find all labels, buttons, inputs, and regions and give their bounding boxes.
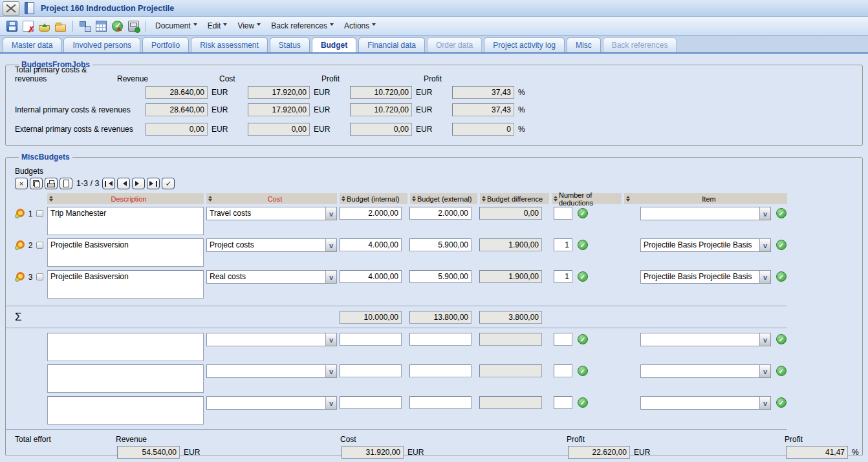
- row-checkbox[interactable]: [36, 210, 43, 217]
- item-select[interactable]: v: [640, 396, 771, 410]
- chevron-down-icon[interactable]: v: [325, 333, 336, 346]
- chevron-down-icon[interactable]: v: [325, 365, 336, 377]
- sort-icon[interactable]: [412, 194, 416, 204]
- confirm-return-icon[interactable]: [112, 21, 123, 32]
- print-button[interactable]: [45, 178, 58, 189]
- chevron-down-icon[interactable]: v: [325, 207, 336, 220]
- sort-icon[interactable]: [208, 194, 212, 204]
- item-select[interactable]: Projectile Basis Projectile Basisv: [640, 238, 771, 252]
- budget-internal-input[interactable]: [340, 238, 402, 251]
- deductions-input[interactable]: [554, 333, 572, 346]
- ok-check-icon[interactable]: ✓: [776, 366, 787, 376]
- record-link-icon[interactable]: [15, 240, 25, 250]
- close-icon[interactable]: [3, 1, 19, 16]
- chevron-down-icon[interactable]: v: [325, 271, 336, 283]
- tab-status[interactable]: Status: [270, 37, 310, 52]
- cost-type-select[interactable]: v: [206, 364, 337, 378]
- menu-back-references[interactable]: Back references: [266, 21, 339, 30]
- menu-edit[interactable]: Edit: [202, 21, 233, 30]
- chevron-down-icon[interactable]: v: [759, 333, 770, 346]
- ok-check-icon[interactable]: ✓: [578, 271, 588, 282]
- tab-involved-persons[interactable]: Involved persons: [63, 37, 140, 52]
- tab-financial-data[interactable]: Financial data: [358, 37, 425, 52]
- cost-type-select[interactable]: Travel costsv: [206, 207, 337, 220]
- budget-internal-input[interactable]: [340, 270, 402, 283]
- menu-actions[interactable]: Actions: [339, 21, 381, 30]
- description-input[interactable]: [47, 396, 204, 425]
- budget-external-input[interactable]: [409, 270, 472, 283]
- copy-row-button[interactable]: [30, 178, 43, 189]
- chevron-down-icon[interactable]: v: [325, 239, 336, 251]
- table-view-icon[interactable]: [96, 21, 107, 32]
- item-select[interactable]: v: [640, 364, 771, 378]
- chevron-down-icon[interactable]: v: [325, 397, 336, 409]
- first-page-button[interactable]: [102, 178, 115, 189]
- row-checkbox[interactable]: [36, 273, 43, 280]
- open-folder-icon[interactable]: [55, 25, 66, 32]
- tab-risk-assessment[interactable]: Risk assessment: [191, 37, 268, 52]
- deductions-input[interactable]: [554, 396, 572, 409]
- row-checkbox[interactable]: [36, 242, 43, 249]
- deductions-input[interactable]: [554, 270, 572, 283]
- ok-check-icon[interactable]: ✓: [776, 271, 787, 282]
- ok-check-icon[interactable]: ✓: [776, 240, 787, 250]
- description-input[interactable]: Projectile Basisversion: [47, 270, 204, 299]
- budget-external-input[interactable]: [409, 207, 472, 220]
- menu-view[interactable]: View: [232, 21, 266, 30]
- chevron-down-icon[interactable]: v: [759, 365, 770, 377]
- next-page-button[interactable]: [132, 178, 145, 189]
- item-select[interactable]: Projectile Basis Projectile Basisv: [640, 270, 771, 284]
- save-icon[interactable]: [6, 21, 17, 32]
- cost-type-select[interactable]: v: [206, 333, 337, 346]
- ok-check-icon[interactable]: ✓: [776, 397, 787, 408]
- ok-check-icon[interactable]: ✓: [578, 208, 588, 218]
- menu-document[interactable]: Document: [150, 21, 202, 30]
- prev-page-button[interactable]: [117, 178, 130, 189]
- tab-master-data[interactable]: Master data: [3, 37, 61, 52]
- calculator-icon[interactable]: [128, 21, 139, 32]
- budget-external-input[interactable]: [409, 333, 472, 346]
- sort-icon[interactable]: [342, 194, 345, 204]
- ok-check-icon[interactable]: ✓: [776, 334, 787, 344]
- budget-external-input[interactable]: [409, 238, 472, 251]
- delete-row-button[interactable]: ×: [15, 178, 28, 189]
- tab-project-activity-log[interactable]: Project activity log: [484, 37, 565, 52]
- budget-internal-input[interactable]: [340, 396, 402, 409]
- cost-type-select[interactable]: v: [206, 396, 337, 410]
- sort-icon[interactable]: [626, 194, 630, 204]
- budget-external-input[interactable]: [409, 396, 472, 409]
- budget-internal-input[interactable]: [340, 207, 402, 220]
- description-input[interactable]: Trip Manchester: [47, 207, 204, 235]
- ok-check-icon[interactable]: ✓: [776, 208, 787, 218]
- budget-internal-input[interactable]: [340, 333, 402, 346]
- sort-icon[interactable]: [554, 194, 558, 204]
- description-input[interactable]: Projectile Basisversion: [47, 238, 204, 267]
- item-select[interactable]: v: [640, 333, 771, 346]
- last-page-button[interactable]: [147, 178, 160, 189]
- item-select[interactable]: v: [640, 207, 771, 220]
- deductions-input[interactable]: [554, 238, 572, 251]
- ok-check-icon[interactable]: ✓: [578, 334, 588, 344]
- apply-button[interactable]: ✓: [162, 178, 175, 189]
- record-link-icon[interactable]: [15, 209, 25, 218]
- sort-icon[interactable]: [49, 194, 53, 204]
- description-input[interactable]: [47, 333, 204, 361]
- ok-check-icon[interactable]: ✓: [578, 397, 588, 408]
- deductions-input[interactable]: [554, 364, 572, 377]
- chevron-down-icon[interactable]: v: [759, 271, 770, 283]
- deductions-input[interactable]: [554, 207, 572, 220]
- budget-internal-input[interactable]: [340, 364, 402, 377]
- delete-document-icon[interactable]: [23, 21, 34, 32]
- cost-type-select[interactable]: Project costsv: [206, 238, 337, 252]
- tab-misc[interactable]: Misc: [567, 37, 601, 52]
- chevron-down-icon[interactable]: v: [759, 207, 770, 220]
- sort-icon[interactable]: [482, 194, 486, 204]
- description-input[interactable]: [47, 364, 204, 393]
- budget-external-input[interactable]: [409, 364, 472, 377]
- tab-budget[interactable]: Budget: [312, 37, 356, 52]
- ok-check-icon[interactable]: ✓: [578, 366, 588, 376]
- ok-check-icon[interactable]: ✓: [578, 240, 588, 250]
- chevron-down-icon[interactable]: v: [759, 397, 770, 409]
- cost-type-select[interactable]: Real costsv: [206, 270, 337, 284]
- record-link-icon[interactable]: [15, 272, 25, 282]
